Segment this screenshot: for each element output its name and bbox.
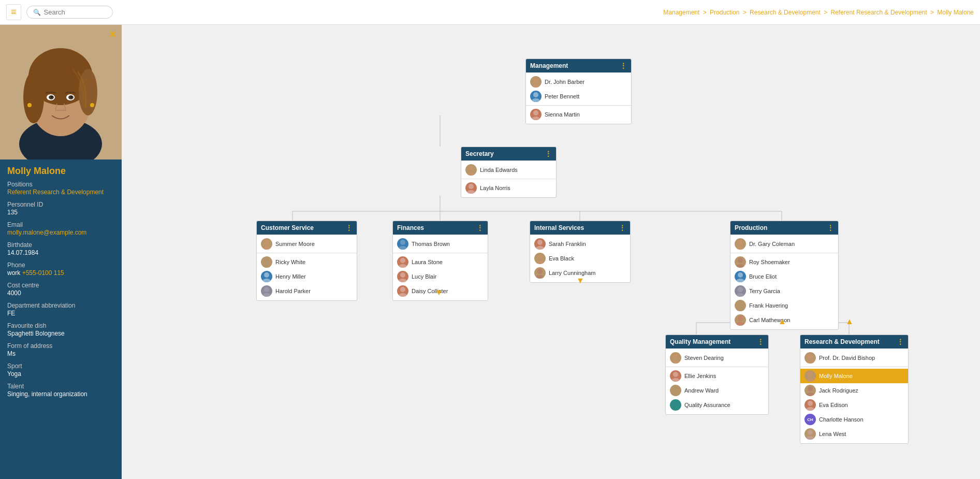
talent-label: Talent [7, 383, 114, 390]
node-person-eva-black[interactable]: Eva Black [530, 251, 630, 266]
svg-point-68 [738, 316, 743, 321]
search-input[interactable] [44, 8, 106, 16]
node-person-charlotte-hanson[interactable]: CH Charlotte Hanson [800, 412, 908, 427]
person-name-charlotte-hanson: Charlotte Hanson [819, 416, 864, 423]
person-name-thomas-brown: Thomas Brown [412, 241, 450, 247]
node-research-development-header: Research & Development ⋮ [800, 335, 908, 349]
node-person-jack-rodriguez[interactable]: Jack Rodriguez [800, 383, 908, 398]
node-person-roy-shoemaker[interactable]: Roy Shoemaker [730, 255, 838, 269]
avatar-linda-edwards [465, 164, 477, 176]
node-person-laura-stone[interactable]: Laura Stone [393, 255, 488, 269]
node-person-summer-moore[interactable]: Summer Moore [257, 237, 357, 251]
node-person-molly-malone[interactable]: Molly Malone [800, 369, 908, 383]
node-person-layla-norris[interactable]: Layla Norris [461, 181, 556, 195]
breadcrumb-item-management[interactable]: Management [663, 9, 699, 16]
topbar-left: ≡ 🔍 [6, 4, 113, 20]
node-person-john-barber[interactable]: Dr. John Barber [526, 75, 631, 89]
person-name-layla-norris: Layla Norris [480, 185, 510, 191]
node-secretary-menu[interactable]: ⋮ [545, 150, 552, 158]
sport-label: Sport [7, 362, 114, 370]
node-research-development: Research & Development ⋮ Prof. Dr. David… [800, 335, 909, 444]
node-person-thomas-brown[interactable]: Thomas Brown [393, 237, 488, 251]
breadcrumb-item-rd[interactable]: Research & Development [750, 9, 821, 16]
node-customer-service-menu[interactable]: ⋮ [345, 224, 353, 232]
close-button[interactable]: ✕ [109, 29, 116, 40]
breadcrumb-item-production[interactable]: Production [710, 9, 739, 16]
node-person-ricky-white[interactable]: Ricky White [257, 255, 357, 269]
person-name-sienna-martin: Sienna Martin [545, 111, 580, 118]
fav-dish-label: Favourite dish [7, 322, 114, 329]
avatar-ellie-jenkins [670, 370, 681, 382]
breadcrumb-item-referent[interactable]: Referent Research & Development [831, 9, 927, 16]
cost-centre-section: Cost centre 4000 [7, 282, 114, 297]
node-person-harold-parker[interactable]: Harold Parker [257, 284, 357, 298]
svg-rect-76 [671, 401, 680, 409]
node-person-sarah-franklin[interactable]: Sarah Franklin [530, 237, 630, 251]
node-person-ellie-jenkins[interactable]: Ellie Jenkins [666, 369, 768, 383]
svg-point-62 [738, 272, 743, 278]
fav-dish-section: Favourite dish Spaghetti Bolognese [7, 322, 114, 337]
person-name-bruce-eliot: Bruce Eliot [749, 273, 777, 280]
phone-number[interactable]: +555-0100 115 [22, 269, 64, 277]
avatar-jack-rodriguez [805, 385, 816, 396]
person-name-john-barber: Dr. John Barber [545, 79, 584, 85]
node-person-peter-bennett[interactable]: Peter Bennett [526, 89, 631, 104]
node-secretary-body: Linda Edwards Layla Norris [461, 161, 556, 197]
node-production-title: Production [735, 224, 767, 231]
avatar-thomas-brown [397, 238, 408, 250]
avatar-bruce-eliot [735, 271, 746, 282]
node-person-eva-edison[interactable]: Eva Edison [800, 398, 908, 412]
node-finances-header: Finances ⋮ [393, 221, 488, 235]
person-name-sarah-franklin: Sarah Franklin [549, 241, 586, 247]
node-finances-menu[interactable]: ⋮ [476, 224, 484, 232]
dept-abbr-label: Department abbreviation [7, 302, 114, 309]
node-research-development-body: Prof. Dr. David Bishop Molly Malone Jac [800, 349, 908, 443]
person-name-gary-coleman: Dr. Gary Coleman [749, 241, 795, 247]
svg-point-55 [535, 260, 545, 264]
avatar-molly-malone [805, 370, 816, 382]
person-name-david-bishop: Prof. Dr. David Bishop [819, 355, 875, 361]
node-person-linda-edwards[interactable]: Linda Edwards [461, 163, 556, 177]
breadcrumb-sep-3: > [824, 9, 829, 16]
node-person-terry-garcia[interactable]: Terry Garcia [730, 284, 838, 298]
positions-label: Positions [7, 181, 114, 188]
node-person-steven-dearing[interactable]: Steven Dearing [666, 351, 768, 365]
node-person-david-bishop[interactable]: Prof. Dr. David Bishop [800, 351, 908, 365]
node-person-lucy-blair[interactable]: Lucy Blair [393, 269, 488, 284]
svg-point-72 [673, 372, 678, 377]
node-internal-services-menu[interactable]: ⋮ [619, 224, 626, 232]
node-person-bruce-eliot[interactable]: Bruce Eliot [730, 269, 838, 284]
svg-point-32 [469, 166, 474, 171]
node-production-header: Production ⋮ [730, 221, 838, 235]
node-secretary: Secretary ⋮ Linda Edwards [461, 147, 557, 198]
node-person-lena-west[interactable]: Lena West [800, 427, 908, 441]
main: ✕ Molly Malone Positions Referent Resear… [0, 25, 980, 479]
arrow-up-rd: ▲ [845, 317, 854, 326]
person-name-ellie-jenkins: Ellie Jenkins [684, 373, 716, 379]
email-value[interactable]: molly.malone@example.com [7, 229, 114, 236]
node-management-menu[interactable]: ⋮ [620, 62, 627, 70]
person-name-harold-parker: Harold Parker [275, 288, 311, 294]
avatar-charlotte-hanson: CH [805, 414, 816, 425]
node-person-andrew-ward[interactable]: Andrew Ward [666, 383, 768, 398]
svg-point-37 [262, 246, 271, 250]
node-qm-menu[interactable]: ⋮ [757, 338, 764, 346]
avatar-eva-black [534, 253, 546, 264]
node-person-sienna-martin[interactable]: Sienna Martin [526, 107, 631, 122]
svg-point-57 [535, 275, 545, 279]
svg-point-67 [736, 308, 745, 311]
node-customer-service-body: Summer Moore Ricky White Henry Miller [257, 235, 357, 300]
person-name-henry-miller: Henry Miller [275, 273, 306, 280]
org-container: ▲ Management ⋮ Dr. John Barber [132, 35, 950, 479]
node-rd-menu[interactable]: ⋮ [897, 338, 904, 346]
svg-point-81 [808, 386, 813, 391]
node-person-frank-havering[interactable]: Frank Havering [730, 298, 838, 313]
node-person-gary-coleman[interactable]: Dr. Gary Coleman [730, 237, 838, 251]
node-person-quality-assurance[interactable]: Quality Assurance [666, 398, 768, 412]
avatar-lena-west [805, 428, 816, 440]
svg-point-30 [533, 110, 538, 115]
node-person-henry-miller[interactable]: Henry Miller [257, 269, 357, 284]
node-production-menu[interactable]: ⋮ [827, 224, 834, 232]
breadcrumb-item-current: Molly Malone [937, 9, 974, 16]
menu-icon[interactable]: ≡ [6, 4, 21, 20]
